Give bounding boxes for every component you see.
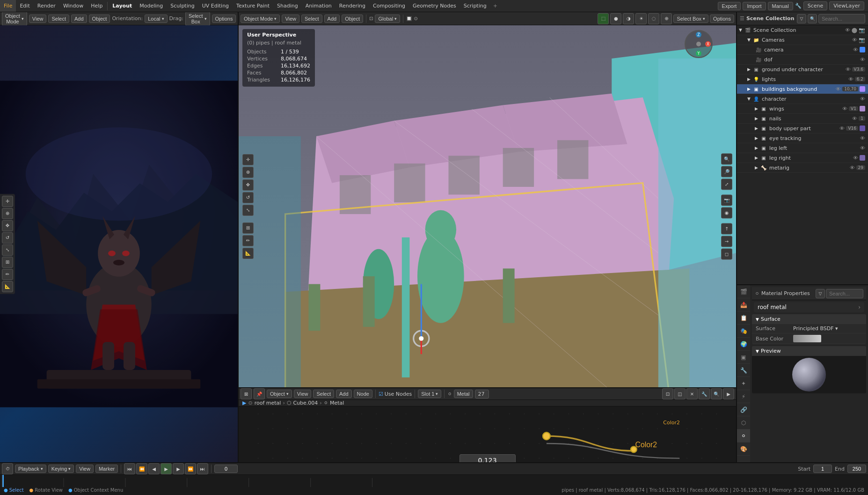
node-object-dropdown[interactable]: Object	[267, 390, 292, 398]
node-tool-3[interactable]: ✕	[686, 388, 698, 399]
view-front-btn[interactable]: ◻	[721, 248, 732, 259]
outliner-item-buildings[interactable]: ▶ ▣ buildings background 👁 10,70	[737, 84, 868, 94]
use-nodes-check[interactable]: ☑	[379, 391, 383, 397]
node-node-btn[interactable]: Node	[354, 390, 372, 398]
scene-selector[interactable]: Scene	[803, 1, 828, 10]
cursor-3d-btn[interactable]: ⊕	[242, 167, 254, 178]
keying-dropdown[interactable]: Keying	[48, 465, 74, 473]
prop-tab-render[interactable]: 🎬	[737, 285, 750, 298]
scene-hide[interactable]: ⬤	[852, 27, 857, 33]
export-button[interactable]: Export	[718, 2, 741, 10]
add-btn-left[interactable]: Add	[71, 15, 87, 23]
annotate-tool-btn[interactable]: ✏	[2, 269, 13, 280]
outliner-item-cameras[interactable]: ▼ 📁 Cameras 👁 📷	[737, 35, 868, 45]
prop-tab-physics[interactable]: ⚡	[737, 390, 750, 403]
breadcrumb-object[interactable]: Cube.004	[293, 400, 318, 406]
outliner-item-leg-right[interactable]: ▶ ▣ leg right 👁	[737, 153, 868, 163]
props-filter-btn[interactable]: ▽	[816, 289, 825, 298]
move-3d-btn[interactable]: ✥	[242, 179, 254, 191]
prop-tab-object[interactable]: ▣	[737, 351, 750, 364]
tab-add-plus[interactable]: +	[490, 3, 500, 9]
orientation-dropdown-center[interactable]: Global	[375, 15, 400, 23]
node-preview-header[interactable]: ▼ Preview	[752, 346, 866, 356]
transform-tool-btn[interactable]: ⊞	[2, 257, 13, 268]
node-select-btn[interactable]: Select	[313, 390, 334, 398]
move-tool-btn[interactable]: ✥	[2, 220, 13, 231]
zoom-out-btn[interactable]: 🔎	[721, 166, 732, 177]
viewport-3d-area[interactable]: User Perspective (0) pipes | roof metal …	[239, 25, 736, 387]
end-frame-input[interactable]	[847, 465, 866, 473]
nav-x-axis[interactable]: X	[705, 41, 711, 47]
play-btn[interactable]: ▶	[160, 463, 172, 474]
view-btn-left[interactable]: View	[29, 15, 47, 23]
orientation-dropdown-left[interactable]: Local	[145, 15, 167, 23]
scene-eye[interactable]: 👁	[845, 27, 850, 33]
tab-shading[interactable]: Shading	[273, 0, 302, 12]
ground-eye[interactable]: 👁	[846, 66, 851, 73]
object-btn-left[interactable]: Object	[89, 15, 110, 23]
tab-geometry-nodes[interactable]: Geometry Nodes	[409, 0, 460, 12]
node-value[interactable]: 0.123	[460, 454, 516, 462]
menu-render[interactable]: Render	[34, 0, 59, 12]
cameras-render[interactable]: 📷	[859, 37, 865, 43]
camera-eye[interactable]: 👁	[853, 47, 858, 53]
overlays-btn[interactable]: ◌	[648, 13, 659, 24]
nav-y-axis[interactable]: Y	[696, 51, 701, 56]
tab-compositing[interactable]: Compositing	[369, 0, 409, 12]
cursor-tool-btn[interactable]: ⊕	[2, 208, 13, 219]
rendered-btn[interactable]: ☀	[635, 13, 647, 24]
node-add-btn[interactable]: Add	[336, 390, 352, 398]
drag-dropdown-center[interactable]: Select Box	[673, 15, 708, 23]
timeline-track[interactable]	[0, 475, 868, 487]
select-box-btn[interactable]: ✛	[242, 154, 254, 165]
pin-btn[interactable]: 📌	[254, 388, 265, 399]
prop-tab-view-layer[interactable]: 📋	[737, 311, 750, 325]
outliner-search-input[interactable]	[818, 14, 865, 23]
breadcrumb-slot[interactable]: Metal	[330, 400, 344, 406]
scale-tool-btn[interactable]: ⤡	[2, 244, 13, 256]
annotate-3d-btn[interactable]: ✏	[242, 235, 254, 246]
material-arrow[interactable]: ›	[858, 304, 861, 310]
cameras-eye[interactable]: 👁	[852, 37, 857, 43]
measure-3d-btn[interactable]: 📐	[242, 248, 254, 259]
menu-window[interactable]: Window	[59, 0, 87, 12]
import-button[interactable]: Import	[743, 2, 766, 10]
outliner-item-camera[interactable]: 🎥 camera 👁	[737, 45, 868, 55]
prop-tab-shaderfx[interactable]: 🎨	[737, 443, 750, 456]
marker-btn[interactable]: Marker	[95, 465, 118, 473]
view-btn-center[interactable]: View	[282, 15, 299, 23]
next-frame-btn[interactable]: ▶	[173, 463, 184, 474]
buildings-eye[interactable]: 👁	[836, 86, 841, 92]
tab-texture-paint[interactable]: Texture Paint	[233, 0, 273, 12]
prop-tab-object-data[interactable]: ⬡	[737, 416, 750, 429]
outliner-item-lights[interactable]: ▶ 💡 lights 👁 6.2	[737, 74, 868, 84]
outliner-item-ground[interactable]: ▶ ▣ ground under character 👁 V3.6	[737, 65, 868, 74]
leg-left-eye[interactable]: 👁	[860, 145, 865, 151]
prop-tab-scene[interactable]: 🎭	[737, 325, 750, 338]
options-btn-center[interactable]: Options	[710, 15, 734, 23]
select-btn-center[interactable]: Select	[301, 15, 322, 23]
add-btn-center[interactable]: Add	[324, 15, 340, 23]
tab-scripting[interactable]: Scripting	[460, 0, 490, 12]
tab-layout[interactable]: Layout	[109, 0, 136, 12]
view-top-btn[interactable]: ↑	[721, 223, 732, 234]
object-mode-center[interactable]: Object Mode	[241, 15, 280, 23]
props-search-input[interactable]	[826, 289, 863, 298]
manual-button[interactable]: Manual	[768, 2, 793, 10]
leg-right-eye[interactable]: 👁	[853, 155, 858, 161]
metarig-eye[interactable]: 👁	[850, 165, 855, 171]
camera-view-btn[interactable]: 📷	[721, 194, 732, 206]
timeline-view-btn[interactable]: View	[76, 465, 94, 473]
nav-z-axis[interactable]: Z	[696, 32, 701, 37]
menu-edit[interactable]: Edit	[16, 0, 33, 12]
local-view-btn[interactable]: ◉	[721, 207, 732, 218]
nav-gizmo[interactable]: X Y Z	[685, 30, 713, 58]
outliner-item-metarig[interactable]: ▶ 🦴 metarig 👁 29	[737, 163, 868, 173]
solid-btn[interactable]: ●	[610, 13, 621, 24]
outliner-item-wings[interactable]: ▶ ▣ wings 👁 V1	[737, 104, 868, 114]
select-btn-left[interactable]: Select	[48, 15, 69, 23]
breadcrumb-material[interactable]: roof metal	[255, 400, 281, 406]
prop-tab-particles[interactable]: ✦	[737, 377, 750, 390]
jump-end-btn[interactable]: ⏭	[197, 463, 208, 474]
scale-3d-btn[interactable]: ⤡	[242, 205, 254, 216]
